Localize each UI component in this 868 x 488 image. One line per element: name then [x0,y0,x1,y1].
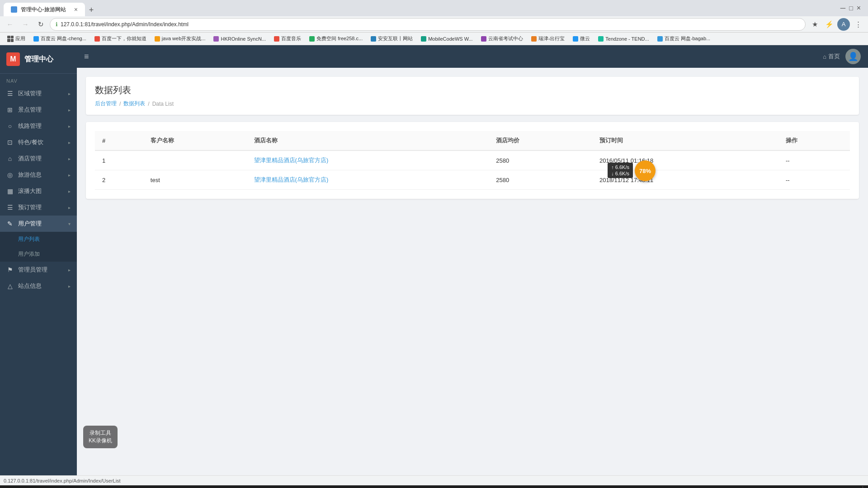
taskbar-item-spring[interactable]: S spri... [371,486,402,488]
taskbar-item-tea[interactable]: T Tea... [588,486,619,488]
menu-btn[interactable]: ⋮ [852,18,864,31]
breadcrumb-sep-2: / [148,101,149,107]
data-table: # 客户名称 酒店名称 酒店均价 预订时间 操作 1 [95,131,850,190]
breadcrumb-data-list[interactable]: 数据列表 [123,100,145,108]
user-avatar[interactable]: 👤 [845,49,861,64]
bookmark-ruijin[interactable]: 瑞津-出行宝 [528,34,569,43]
sidebar: M 管理中心 NAV ☰ 区域管理 ▸ ⊞ 景点管理 ▸ [0,45,77,475]
tab-favicon [11,6,17,13]
hotel-link-1[interactable]: 望津里精品酒店(乌旅官方店) [254,157,329,164]
minimize-button[interactable]: ─ [840,4,845,12]
bookmark-baidu-cloud[interactable]: 百度云 网盘-cheng... [30,34,90,43]
routes-label: 线路管理 [18,122,42,130]
taskbar-item-2[interactable]: 常 常理... [71,486,104,488]
close-button[interactable]: × [857,4,861,12]
carousel-icon: ▦ [6,188,14,195]
attractions-icon: ⊞ [6,106,14,113]
new-tab-button[interactable]: + [85,4,98,16]
sidebar-item-booking[interactable]: ☰ 预订管理 ▸ [0,199,77,216]
account-btn[interactable]: A [837,18,850,31]
sidebar-item-hotel[interactable]: ⌂ 酒店管理 ▸ [0,150,77,167]
bookmark-weiyun[interactable]: 微云 [569,34,594,43]
back-button[interactable]: ← [4,18,16,31]
active-tab[interactable]: 管理中心-旅游网站 × [4,3,85,16]
carousel-arrow: ▸ [68,189,71,194]
reload-button[interactable]: ↻ [34,18,47,31]
table-row: 2 test 望津里精品酒店(乌旅官方店) 2580 2018/11/12 17… [95,170,850,190]
food-arrow: ▸ [68,140,71,145]
browser-nav-bar: ← → ↻ ℹ 127.0.0.1:81/travel/index.php/Ad… [0,16,868,33]
cell-price-1: 2580 [489,150,592,170]
home-link[interactable]: ⌂ 首页 [823,52,840,61]
taskbar-item-nav[interactable]: N Nav... [463,486,495,488]
taskbar-item-project[interactable]: 📁 项目 [179,486,208,488]
sidebar-item-routes[interactable]: ○ 线路管理 ▸ [0,118,77,134]
start-button[interactable] [2,486,20,488]
bookmark-hkr[interactable]: HKROnline SyncN... [210,35,269,42]
bookmark-java[interactable]: java web开发实战... [151,34,209,43]
taskbar-item-ms[interactable]: M MS [152,486,179,488]
breadcrumb-home[interactable]: 后台管理 [95,100,117,108]
taskbar-item-ding[interactable]: 定 定... [559,486,587,488]
sidebar-submenu-user-list[interactable]: 用户列表 [0,232,77,247]
lock-icon: ℹ [56,21,58,28]
taskbar-item-kk[interactable]: K KK... [620,486,650,488]
taskbar-item-manage[interactable]: 管 管理... [38,486,71,488]
taskbar-item-travel[interactable]: T trav... [527,486,558,488]
cell-action-2: -- [778,170,850,190]
tab-close-icon[interactable]: × [74,6,78,13]
sidebar-item-food[interactable]: ⊡ 特色/餐饮 ▸ [0,134,77,150]
nav-label: NAV [0,74,77,85]
bookmark-music[interactable]: 百度音乐 [270,34,305,43]
bookmark-star[interactable]: ★ [808,18,821,31]
users-arrow: ▾ [68,221,71,226]
booking-arrow: ▸ [68,205,71,210]
maximize-button[interactable]: □ [849,4,853,12]
taskbar-item-new[interactable]: 新 新建... [337,486,370,488]
sidebar-header: M 管理中心 [0,45,77,74]
routes-arrow: ▸ [68,124,71,129]
taskbar-item-4[interactable]: 定 定... [123,486,151,488]
taskbar-item-wa[interactable]: W Wa... [273,486,303,488]
bookmark-tendzone[interactable]: Tendzone - TEND... [594,35,652,42]
sidebar-submenu-user-add[interactable]: 用户添加 [0,247,77,262]
hotel-link-2[interactable]: 望津里精品酒店(乌旅官方店) [254,176,329,183]
sidebar-item-tourism[interactable]: ◎ 旅游信息 ▸ [0,167,77,183]
bookmarks-bar: 应用 百度云 网盘-cheng... 百度一下，你就知道 java web开发实… [0,33,868,45]
data-table-container: # 客户名称 酒店名称 酒店均价 预订时间 操作 1 [86,122,859,199]
attractions-arrow: ▸ [68,108,71,113]
taskbar-item-dev[interactable]: D Dev... [305,486,336,488]
bookmark-baidu-bagab[interactable]: 百度云 网盘-bagab... [654,34,714,43]
sidebar-item-users[interactable]: ✎ 用户管理 ▾ [0,216,77,232]
taskbar-item-co[interactable]: C Co... [209,486,238,488]
address-bar[interactable]: ℹ 127.0.0.1:81/travel/index.php/Admin/In… [50,18,806,31]
breadcrumb-sep-1: / [119,101,121,107]
carousel-label: 滚播大图 [18,187,42,195]
cell-customer-2: test [143,170,247,190]
taskbar-item-ord[interactable]: O ord... [496,486,526,488]
kk-recorder[interactable]: 录制工具 KK录像机 [83,426,118,448]
sidebar-item-carousel[interactable]: ▦ 滚播大图 ▸ [0,183,77,199]
bookmark-baidu[interactable]: 百度一下，你就知道 [91,34,150,43]
perf-circle[interactable]: 78% [635,160,656,181]
taskbar-item-3[interactable]: 🌐 [105,486,122,488]
bookmark-yunnan[interactable]: 云南省考试中心 [477,34,527,43]
performance-badge[interactable]: ↑ 6.6K/s ↓ 6.6K/s 78% [635,160,656,181]
sidebar-item-site[interactable]: △ 站点信息 ▸ [0,278,77,294]
sidebar-item-regions[interactable]: ☰ 区域管理 ▸ [0,85,77,102]
hamburger-button[interactable]: ≡ [84,52,89,61]
forward-button[interactable]: → [19,18,32,31]
bookmark-mobile[interactable]: MobileCodeWS W... [417,35,476,42]
extensions-btn[interactable]: ⚡ [823,18,835,31]
show-desktop-button[interactable] [863,486,866,488]
taskbar-item-blog[interactable]: 博 博客... [239,486,272,488]
bookmark-anan[interactable]: 安安互联丨网站 [367,34,416,43]
sidebar-item-attractions[interactable]: ⊞ 景点管理 ▸ [0,102,77,118]
browser-title-bar: 管理中心-旅游网站 × + ─ □ × [0,0,868,16]
browser-tabs: 管理中心-旅游网站 × + [4,0,98,16]
bookmark-free258[interactable]: 免费空间 free258.c... [306,34,366,43]
taskbar-item-xunlei[interactable]: ⚡ 迅雷 [434,486,462,488]
bookmark-apps[interactable]: 应用 [4,34,29,43]
taskbar-item-mic[interactable]: M Mic_ [403,486,433,488]
sidebar-item-admins[interactable]: ⚑ 管理员管理 ▸ [0,262,77,278]
